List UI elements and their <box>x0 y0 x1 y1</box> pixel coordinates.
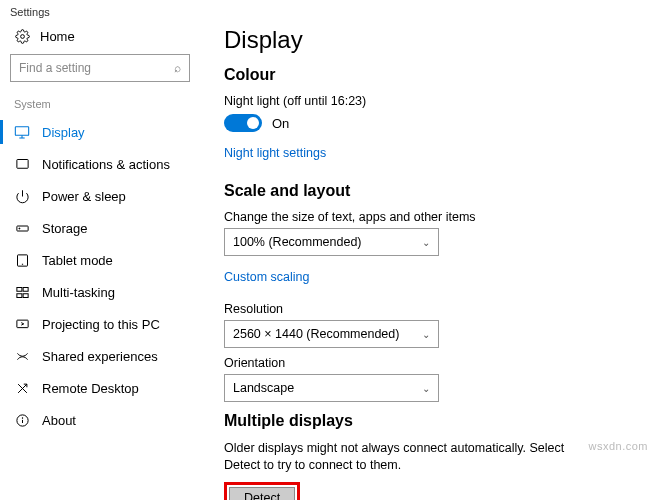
night-light-settings-link[interactable]: Night light settings <box>224 146 326 160</box>
detect-button[interactable]: Detect <box>229 487 295 500</box>
chevron-down-icon: ⌄ <box>422 383 430 394</box>
sidebar-item-display[interactable]: Display <box>10 116 190 148</box>
sidebar-item-remote[interactable]: Remote Desktop <box>10 372 190 404</box>
sidebar-section-label: System <box>10 96 190 116</box>
sidebar-item-label: Remote Desktop <box>42 381 139 396</box>
toggle-state-label: On <box>272 116 289 131</box>
sidebar-item-label: Multi-tasking <box>42 285 115 300</box>
svg-rect-11 <box>23 287 28 291</box>
sidebar-item-label: About <box>42 413 76 428</box>
dropdown-value: 2560 × 1440 (Recommended) <box>233 327 399 341</box>
sidebar-item-tablet[interactable]: Tablet mode <box>10 244 190 276</box>
svg-point-19 <box>22 417 23 418</box>
watermark: wsxdn.com <box>588 440 648 452</box>
sidebar-item-label: Notifications & actions <box>42 157 170 172</box>
sidebar-item-notifications[interactable]: Notifications & actions <box>10 148 190 180</box>
sidebar-item-power[interactable]: Power & sleep <box>10 180 190 212</box>
sidebar-item-label: Shared experiences <box>42 349 158 364</box>
power-icon <box>14 188 30 204</box>
sidebar-item-label: Display <box>42 125 85 140</box>
resolution-dropdown[interactable]: 2560 × 1440 (Recommended) ⌄ <box>224 320 439 348</box>
page-title: Display <box>224 26 634 54</box>
display-icon <box>14 124 30 140</box>
notifications-icon <box>14 156 30 172</box>
search-input[interactable]: Find a setting ⌕ <box>10 54 190 82</box>
svg-rect-12 <box>16 293 21 297</box>
section-multi-heading: Multiple displays <box>224 412 634 430</box>
svg-rect-13 <box>23 293 28 297</box>
scale-size-dropdown[interactable]: 100% (Recommended) ⌄ <box>224 228 439 256</box>
night-light-toggle-row: On <box>224 114 634 132</box>
sidebar-item-projecting[interactable]: Projecting to this PC <box>10 308 190 340</box>
dropdown-value: 100% (Recommended) <box>233 235 362 249</box>
sidebar-item-label: Projecting to this PC <box>42 317 160 332</box>
night-light-toggle[interactable] <box>224 114 262 132</box>
multitask-icon <box>14 284 30 300</box>
detect-button-highlight: Detect <box>224 482 300 500</box>
sidebar-item-label: Storage <box>42 221 88 236</box>
home-label: Home <box>40 29 75 44</box>
svg-rect-14 <box>16 320 27 328</box>
sidebar-item-label: Tablet mode <box>42 253 113 268</box>
svg-rect-4 <box>16 159 27 168</box>
night-light-label: Night light (off until 16:23) <box>224 94 634 108</box>
sidebar: Home Find a setting ⌕ System Display Not… <box>0 22 200 500</box>
svg-rect-10 <box>16 287 21 291</box>
main-container: Home Find a setting ⌕ System Display Not… <box>0 22 654 500</box>
storage-icon <box>14 220 30 236</box>
scale-size-label: Change the size of text, apps and other … <box>224 210 634 224</box>
multi-desc: Older displays might not always connect … <box>224 440 594 474</box>
sidebar-item-label: Power & sleep <box>42 189 126 204</box>
search-icon: ⌕ <box>174 61 181 75</box>
window-title: Settings <box>0 0 654 22</box>
shared-icon <box>14 348 30 364</box>
dropdown-value: Landscape <box>233 381 294 395</box>
about-icon <box>14 412 30 428</box>
orientation-label: Orientation <box>224 356 634 370</box>
chevron-down-icon: ⌄ <box>422 329 430 340</box>
remote-icon <box>14 380 30 396</box>
home-button[interactable]: Home <box>10 22 190 54</box>
projecting-icon <box>14 316 30 332</box>
chevron-down-icon: ⌄ <box>422 237 430 248</box>
svg-rect-1 <box>15 127 28 136</box>
gear-icon <box>14 28 30 44</box>
tablet-icon <box>14 252 30 268</box>
sidebar-item-about[interactable]: About <box>10 404 190 436</box>
resolution-label: Resolution <box>224 302 634 316</box>
sidebar-item-shared[interactable]: Shared experiences <box>10 340 190 372</box>
orientation-dropdown[interactable]: Landscape ⌄ <box>224 374 439 402</box>
custom-scaling-link[interactable]: Custom scaling <box>224 270 309 284</box>
section-colour-heading: Colour <box>224 66 634 84</box>
search-placeholder: Find a setting <box>19 61 91 75</box>
sidebar-item-multitask[interactable]: Multi-tasking <box>10 276 190 308</box>
svg-point-0 <box>20 34 24 38</box>
svg-point-7 <box>18 228 19 229</box>
sidebar-item-storage[interactable]: Storage <box>10 212 190 244</box>
section-scale-heading: Scale and layout <box>224 182 634 200</box>
content-pane: Display Colour Night light (off until 16… <box>200 22 654 500</box>
